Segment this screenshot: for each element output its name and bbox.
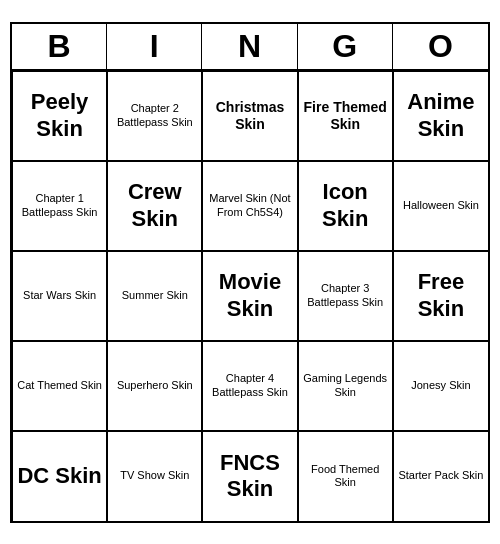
bingo-header: BINGO <box>12 24 488 71</box>
bingo-cell: Summer Skin <box>107 251 202 341</box>
header-letter: B <box>12 24 107 69</box>
bingo-card: BINGO Peely SkinChapter 2 Battlepass Ski… <box>10 22 490 523</box>
cell-text: Halloween Skin <box>403 199 479 212</box>
bingo-cell: Peely Skin <box>12 71 107 161</box>
header-letter: I <box>107 24 202 69</box>
cell-text: Marvel Skin (Not From Ch5S4) <box>207 192 292 218</box>
bingo-cell: Chapter 1 Battlepass Skin <box>12 161 107 251</box>
cell-text: FNCS Skin <box>207 450 292 503</box>
cell-text: Crew Skin <box>112 179 197 232</box>
cell-text: Starter Pack Skin <box>398 469 483 482</box>
header-letter: G <box>298 24 393 69</box>
header-letter: N <box>202 24 297 69</box>
cell-text: Chapter 4 Battlepass Skin <box>207 372 292 398</box>
bingo-cell: Chapter 4 Battlepass Skin <box>202 341 297 431</box>
cell-text: Chapter 1 Battlepass Skin <box>17 192 102 218</box>
bingo-cell: Cat Themed Skin <box>12 341 107 431</box>
bingo-cell: Gaming Legends Skin <box>298 341 393 431</box>
cell-text: Chapter 3 Battlepass Skin <box>303 282 388 308</box>
bingo-cell: Fire Themed Skin <box>298 71 393 161</box>
cell-text: Movie Skin <box>207 269 292 322</box>
cell-text: Cat Themed Skin <box>17 379 102 392</box>
bingo-cell: TV Show Skin <box>107 431 202 521</box>
bingo-cell: Anime Skin <box>393 71 488 161</box>
bingo-cell: FNCS Skin <box>202 431 297 521</box>
bingo-cell: Jonesy Skin <box>393 341 488 431</box>
header-letter: O <box>393 24 488 69</box>
bingo-cell: Food Themed Skin <box>298 431 393 521</box>
cell-text: Jonesy Skin <box>411 379 470 392</box>
bingo-cell: Free Skin <box>393 251 488 341</box>
bingo-cell: Superhero Skin <box>107 341 202 431</box>
bingo-cell: DC Skin <box>12 431 107 521</box>
cell-text: Icon Skin <box>303 179 388 232</box>
bingo-cell: Star Wars Skin <box>12 251 107 341</box>
cell-text: TV Show Skin <box>120 469 189 482</box>
cell-text: DC Skin <box>17 463 101 489</box>
bingo-cell: Chapter 3 Battlepass Skin <box>298 251 393 341</box>
bingo-cell: Chapter 2 Battlepass Skin <box>107 71 202 161</box>
cell-text: Free Skin <box>398 269 484 322</box>
bingo-grid: Peely SkinChapter 2 Battlepass SkinChris… <box>12 71 488 521</box>
cell-text: Fire Themed Skin <box>303 99 388 133</box>
cell-text: Summer Skin <box>122 289 188 302</box>
cell-text: Food Themed Skin <box>303 463 388 489</box>
bingo-cell: Starter Pack Skin <box>393 431 488 521</box>
cell-text: Star Wars Skin <box>23 289 96 302</box>
bingo-cell: Halloween Skin <box>393 161 488 251</box>
bingo-cell: Marvel Skin (Not From Ch5S4) <box>202 161 297 251</box>
bingo-cell: Icon Skin <box>298 161 393 251</box>
cell-text: Superhero Skin <box>117 379 193 392</box>
cell-text: Chapter 2 Battlepass Skin <box>112 102 197 128</box>
cell-text: Christmas Skin <box>207 99 292 133</box>
cell-text: Anime Skin <box>398 89 484 142</box>
bingo-cell: Movie Skin <box>202 251 297 341</box>
bingo-cell: Christmas Skin <box>202 71 297 161</box>
cell-text: Gaming Legends Skin <box>303 372 388 398</box>
cell-text: Peely Skin <box>17 89 102 142</box>
bingo-cell: Crew Skin <box>107 161 202 251</box>
